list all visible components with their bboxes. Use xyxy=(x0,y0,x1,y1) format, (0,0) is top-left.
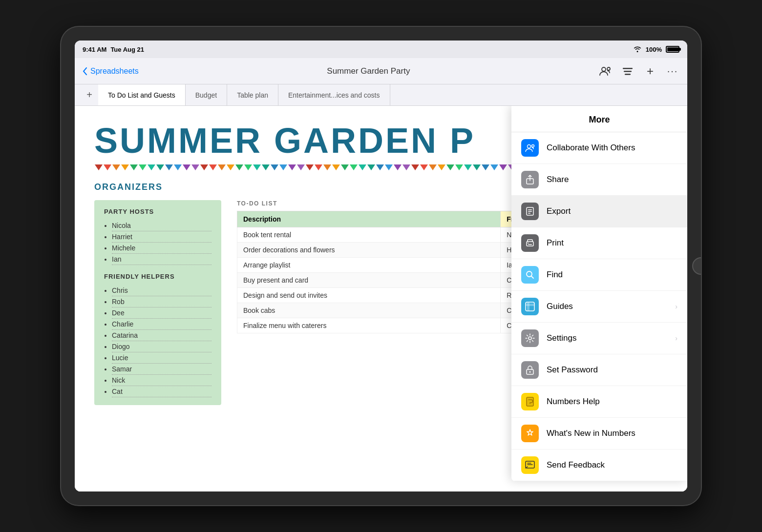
svg-rect-11 xyxy=(528,213,530,214)
menu-item-collaborate[interactable]: Collaborate With Others xyxy=(511,132,687,164)
triangle xyxy=(350,164,358,170)
svg-point-6 xyxy=(532,145,534,147)
find-icon xyxy=(521,266,539,284)
svg-rect-18 xyxy=(527,302,529,311)
triangle xyxy=(288,164,296,170)
list-item: Ian xyxy=(112,254,212,265)
guides-icon xyxy=(521,298,539,315)
task-cell: Book tent rental xyxy=(237,227,501,243)
menu-item-feedback[interactable]: Send Feedback xyxy=(511,450,687,481)
triangle xyxy=(95,164,103,170)
menu-item-share[interactable]: Share xyxy=(511,164,687,196)
triangle xyxy=(121,164,129,170)
tab-bar: + To Do List and Guests Budget Table pla… xyxy=(75,84,687,106)
svg-rect-2 xyxy=(623,68,633,69)
list-item: Michele xyxy=(112,243,212,254)
tab-budget[interactable]: Budget xyxy=(186,84,227,105)
export-label: Export xyxy=(547,206,677,216)
svg-point-1 xyxy=(607,67,610,70)
triangle xyxy=(209,164,217,170)
svg-rect-12 xyxy=(527,242,533,246)
triangle xyxy=(218,164,226,170)
triangle xyxy=(376,164,384,170)
triangle xyxy=(306,164,314,170)
menu-item-help[interactable]: Numbers Help xyxy=(511,386,687,418)
triangle xyxy=(148,164,155,170)
list-item: Catarina xyxy=(112,330,212,341)
add-sheet-button[interactable]: + xyxy=(81,84,98,105)
menu-item-whats-new[interactable]: What's New in Numbers xyxy=(511,418,687,450)
triangle xyxy=(367,164,375,170)
svg-rect-16 xyxy=(526,302,534,311)
panel-header: More xyxy=(511,106,687,132)
svg-rect-9 xyxy=(528,209,532,210)
list-item: Rob xyxy=(112,296,212,307)
tab-tableplan[interactable]: Table plan xyxy=(227,84,278,105)
share-label: Share xyxy=(547,175,677,184)
tab-entertainment[interactable]: Entertainment...ices and costs xyxy=(278,84,390,105)
back-button[interactable]: Spreadsheets xyxy=(83,67,139,76)
svg-rect-13 xyxy=(528,244,532,245)
list-item: Samar xyxy=(112,364,212,375)
triangle xyxy=(402,164,410,170)
triangle xyxy=(253,164,261,170)
whats-new-label: What's New in Numbers xyxy=(547,429,677,438)
svg-point-21 xyxy=(529,371,531,373)
print-icon xyxy=(521,234,539,252)
svg-rect-4 xyxy=(625,74,631,75)
party-hosts-label: PARTY HOSTS xyxy=(104,208,212,215)
triangle xyxy=(446,164,454,170)
menu-item-find[interactable]: Find xyxy=(511,259,687,291)
svg-point-0 xyxy=(602,67,606,71)
svg-point-15 xyxy=(527,271,532,277)
help-label: Numbers Help xyxy=(547,397,677,407)
list-item: Diogo xyxy=(112,341,212,352)
menu-item-print[interactable]: Print xyxy=(511,227,687,259)
task-cell: Arrange playlist xyxy=(237,258,501,273)
triangle xyxy=(271,164,278,170)
triangle xyxy=(183,164,190,170)
more-button[interactable]: ··· xyxy=(666,64,679,78)
settings-chevron: › xyxy=(675,334,677,342)
svg-rect-10 xyxy=(528,211,532,212)
menu-item-export[interactable]: Export xyxy=(511,196,687,227)
triangle xyxy=(174,164,182,170)
list-item: Lucie xyxy=(112,352,212,364)
share-icon xyxy=(521,171,539,188)
export-icon xyxy=(521,203,539,220)
list-item: Nick xyxy=(112,375,212,386)
tab-todo[interactable]: To Do List and Guests xyxy=(98,84,186,105)
menu-item-password[interactable]: Set Password xyxy=(511,354,687,386)
status-bar: 9:41 AM Tue Aug 21 100% xyxy=(75,41,687,58)
friendly-helpers-label: FRIENDLY HELPERS xyxy=(104,273,212,280)
add-button[interactable]: + xyxy=(643,64,657,78)
collaborate-icon xyxy=(521,139,539,157)
triangle xyxy=(227,164,234,170)
toolbar: Spreadsheets Summer Garden Party xyxy=(75,58,687,84)
triangle xyxy=(112,164,120,170)
toolbar-actions: + ··· xyxy=(598,64,679,78)
triangle xyxy=(385,164,393,170)
triangle xyxy=(438,164,445,170)
menu-item-guides[interactable]: Guides› xyxy=(511,291,687,323)
password-label: Set Password xyxy=(547,365,677,375)
status-date: Tue Aug 21 xyxy=(110,46,144,53)
party-hosts-box: PARTY HOSTS NicolaHarrietMicheleIan FRIE… xyxy=(94,200,221,405)
back-label: Spreadsheets xyxy=(90,67,139,76)
triangle xyxy=(394,164,402,170)
triangle xyxy=(420,164,428,170)
format-button[interactable] xyxy=(621,64,635,78)
ipad-screen: 9:41 AM Tue Aug 21 100% xyxy=(75,41,687,491)
collaborate-button[interactable] xyxy=(598,64,612,78)
collaborate-label: Collaborate With Others xyxy=(547,143,677,153)
status-left: 9:41 AM Tue Aug 21 xyxy=(83,46,144,53)
svg-rect-17 xyxy=(526,304,534,306)
todo-col-description: Description xyxy=(237,211,501,227)
menu-item-settings[interactable]: Settings› xyxy=(511,323,687,354)
status-time: 9:41 AM xyxy=(83,46,106,53)
triangle xyxy=(297,164,305,170)
triangle xyxy=(200,164,208,170)
home-button[interactable] xyxy=(692,257,701,275)
list-item: Cat xyxy=(112,386,212,397)
whats-new-icon xyxy=(521,425,539,442)
